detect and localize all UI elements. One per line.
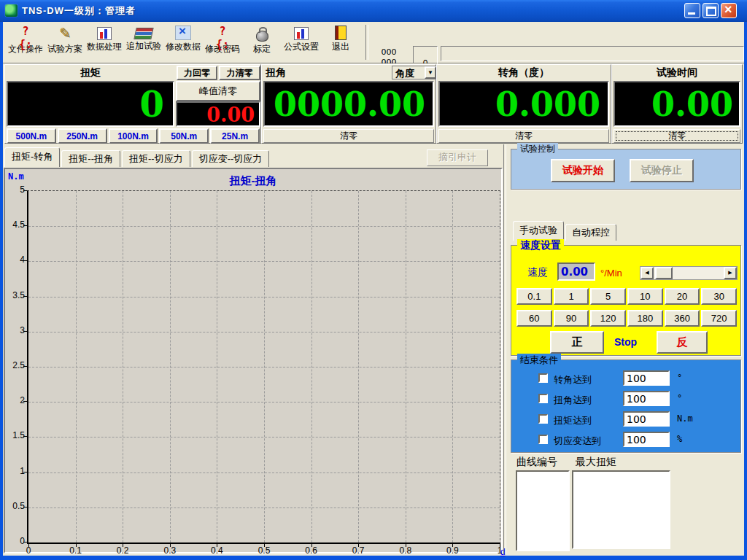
mode-tab[interactable]: 手动试验	[513, 221, 564, 241]
maximize-button[interactable]	[703, 3, 719, 18]
toolbar-button[interactable]: 修改密码	[203, 23, 242, 61]
range-button[interactable]: 250N.m	[58, 128, 107, 144]
toolbar: 文件操作试验方案数据处理追加试验修改数据修改密码标定公式设置退出 000 000…	[3, 22, 744, 63]
toolbar-button[interactable]: 追加试验	[124, 23, 163, 61]
angle-combo-label: 角度	[395, 67, 414, 80]
speed-preset-button[interactable]: 10	[627, 288, 663, 305]
scroll-right-icon[interactable]: ▶	[724, 267, 737, 279]
angle-combo[interactable]: 角度 ▼	[392, 66, 437, 79]
speed-input[interactable]	[557, 262, 595, 281]
speed-preset-button[interactable]: 60	[516, 310, 552, 327]
condition-label: 扭矩达到	[554, 414, 592, 427]
chart-tab[interactable]: 扭矩--切应力	[122, 150, 190, 167]
range-button[interactable]: 25N.m	[210, 128, 260, 144]
y-tick-label: 2	[6, 395, 25, 405]
end-condition-row: 扭矩达到N.m	[511, 411, 740, 429]
condition-checkbox[interactable]	[538, 414, 548, 424]
panel-divider	[503, 144, 506, 554]
condition-value-input[interactable]	[623, 432, 670, 447]
toolbar-button-label: 标定	[242, 43, 282, 55]
condition-unit: °	[677, 393, 682, 403]
time-clear-button[interactable]: 清零	[614, 129, 740, 143]
condition-checkbox[interactable]	[538, 373, 548, 383]
y-tick-label: 1	[6, 466, 25, 476]
range-button[interactable]: 50N.m	[159, 128, 209, 144]
x-tick	[217, 543, 217, 547]
speed-preset-button[interactable]: 360	[665, 310, 700, 327]
exit-icon	[335, 26, 347, 40]
forward-button[interactable]: 正	[550, 331, 604, 354]
extensometer-button[interactable]: 摘引申计	[427, 149, 488, 166]
x-tick	[28, 543, 29, 547]
condition-value-input[interactable]	[623, 411, 670, 427]
speed-preset-button[interactable]: 120	[590, 310, 626, 327]
x-tick	[76, 543, 77, 547]
chart-tab[interactable]: 扭矩-转角	[4, 147, 60, 167]
force-return-zero-button[interactable]: 力回零	[177, 66, 217, 80]
y-tick-label: 5	[6, 184, 25, 195]
speed-scrollbar[interactable]: ◀ ▶	[640, 266, 738, 280]
chevron-down-icon[interactable]: ▼	[425, 66, 436, 79]
help-icon	[214, 25, 231, 42]
mode-tab-strip: 手动试验自动程控	[513, 223, 618, 241]
range-button[interactable]: 500N.m	[7, 128, 56, 144]
speed-preset-button[interactable]: 1	[554, 288, 589, 305]
y-tick-label: 3.5	[6, 290, 25, 300]
max-torque-list[interactable]	[572, 470, 670, 549]
chart-tab[interactable]: 扭矩--扭角	[61, 150, 120, 167]
end-condition-row: 转角达到°	[511, 370, 740, 388]
end-condition-group: 结束条件 转角达到°扭角达到°扭矩达到N.m切应变达到%	[511, 359, 741, 453]
toolbar-button[interactable]: 公式设置	[282, 23, 321, 61]
rotation-clear-button[interactable]: 清零	[438, 129, 609, 143]
time-title: 试验时间	[612, 66, 742, 79]
toolbar-button-label: 公式设置	[282, 41, 321, 53]
chart-tab[interactable]: 切应变--切应力	[192, 150, 270, 167]
toolbar-button[interactable]: 试验方案	[45, 23, 85, 61]
x-tick-label: 0.6	[299, 545, 324, 556]
reverse-button[interactable]: 反	[657, 331, 708, 354]
end-condition-row: 切应变达到%	[511, 432, 740, 449]
toolbar-button-label: 修改数据	[163, 41, 203, 53]
gauge-strip: 扭矩 力回零 力清零 0 峰值清零 0.00 500N.m250N.m100N.…	[3, 63, 744, 144]
mode-tab[interactable]: 自动程控	[565, 224, 616, 241]
scroll-left-icon[interactable]: ◀	[640, 267, 654, 279]
toolbar-button[interactable]: 数据处理	[85, 23, 124, 61]
max-torque-label: 最大扭矩	[576, 456, 616, 469]
peak-clear-button[interactable]: 峰值清零	[176, 81, 260, 101]
speed-preset-button[interactable]: 90	[554, 310, 589, 327]
condition-checkbox[interactable]	[538, 435, 548, 444]
torque-display: 0	[7, 81, 174, 127]
y-tick	[23, 542, 27, 542]
curve-number-label: 曲线编号	[516, 456, 557, 469]
toolbar-button[interactable]: 修改数据	[163, 23, 203, 61]
minimize-button[interactable]	[684, 3, 700, 18]
range-button[interactable]: 100N.m	[109, 128, 158, 144]
speed-preset-button[interactable]: 30	[701, 288, 737, 305]
pen-icon	[56, 25, 74, 42]
condition-value-input[interactable]	[623, 391, 670, 406]
x-tick-label: 0.4	[204, 545, 229, 556]
test-start-button[interactable]: 试验开始	[551, 159, 615, 182]
toolbar-button[interactable]: 标定	[242, 23, 282, 61]
condition-unit: N.m	[677, 413, 693, 424]
force-clear-zero-button[interactable]: 力清零	[219, 66, 260, 80]
scroll-thumb[interactable]	[655, 267, 673, 279]
time-display: 0.00	[614, 81, 740, 127]
speed-preset-button[interactable]: 720	[701, 310, 737, 327]
curve-number-list[interactable]	[516, 470, 570, 551]
twist-clear-button[interactable]: 清零	[263, 129, 434, 143]
speed-preset-button[interactable]: 0.1	[516, 288, 552, 305]
toolbar-button[interactable]: 退出	[321, 23, 360, 61]
toolbar-button[interactable]: 文件操作	[6, 23, 45, 61]
speed-preset-button[interactable]: 20	[665, 288, 700, 305]
condition-label: 转角达到	[554, 373, 592, 386]
test-stop-button[interactable]: 试验停止	[630, 159, 694, 182]
speed-preset-button[interactable]: 180	[627, 310, 663, 327]
condition-checkbox[interactable]	[538, 394, 548, 403]
y-tick	[23, 296, 27, 297]
close-button[interactable]	[721, 3, 737, 18]
condition-value-input[interactable]	[623, 370, 670, 386]
x-tick	[170, 543, 171, 547]
speed-preset-button[interactable]: 5	[590, 288, 626, 305]
y-tick-label: 4	[6, 254, 25, 265]
